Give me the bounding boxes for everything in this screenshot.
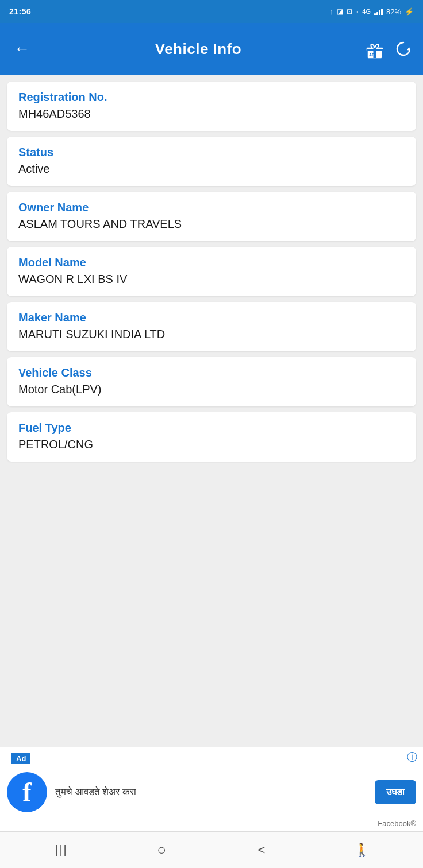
status-bar: 21:56 ↑ ◪ ⊡ · 4G 82% ⚡ [0,0,423,23]
main-content: Registration No. MH46AD5368 Status Activ… [0,75,423,747]
nav-accessibility[interactable]: 🚶 [344,838,379,863]
page-title: Vehicle Info [34,40,362,58]
maker-name-value: MARUTI SUZUKI INDIA LTD [18,328,405,341]
registration-card: Registration No. MH46AD5368 [7,82,416,131]
back-button[interactable]: ← [9,35,34,63]
status-right: ↑ ◪ ⊡ · 4G 82% ⚡ [330,7,414,16]
back-chevron-icon: < [258,843,266,858]
home-circle-icon: ○ [157,841,166,859]
model-name-value: WAGON R LXI BS IV [18,273,405,286]
ad-text: तुमचे आवडते शेअर करा [55,786,367,798]
vehicle-class-card: Vehicle Class Motor Cab(LPV) [7,357,416,406]
status-card: Status Active [7,137,416,186]
image-icon: ⊡ [347,7,352,16]
screenshot-icon: ◪ [337,7,343,16]
upload-icon: ↑ [330,7,334,16]
menu-lines-icon: ||| [55,843,68,857]
ad-content: f तुमचे आवडते शेअर करा उघडा [0,766,423,818]
nav-home[interactable]: ○ [144,838,179,863]
fuel-type-value: PETROL/CNG [18,438,405,451]
nav-back[interactable]: < [244,838,279,863]
status-label: Status [18,146,405,159]
facebook-logo-letter: f [22,779,31,805]
network-type: 4G [362,8,371,15]
app-bar-actions: AD [362,36,414,61]
ad-info-icon[interactable]: ⓘ [407,750,417,764]
battery-percent: 82% [386,7,401,16]
ad-gift-button[interactable]: AD [362,36,387,61]
maker-name-label: Maker Name [18,311,405,324]
app-bar: ← Vehicle Info AD [0,23,423,75]
bottom-nav: ||| ○ < 🚶 [0,831,423,868]
ad-label: Ad [11,753,30,764]
registration-value: MH46AD5368 [18,107,405,121]
svg-marker-5 [407,47,410,51]
refresh-button[interactable] [393,38,414,59]
ad-banner: Ad ⓘ f तुमचे आवडते शेअर करा उघडा Faceboo… [0,747,423,831]
svg-rect-3 [367,49,383,51]
model-name-label: Model Name [18,256,405,269]
battery-charging-icon: ⚡ [405,7,414,16]
owner-name-value: ASLAM TOURS AND TRAVELS [18,218,405,231]
registration-label: Registration No. [18,91,405,104]
vehicle-class-value: Motor Cab(LPV) [18,383,405,396]
facebook-logo: f [7,772,47,812]
owner-name-label: Owner Name [18,201,405,214]
status-time: 21:56 [9,7,31,16]
fuel-type-card: Fuel Type PETROL/CNG [7,412,416,462]
nav-menu[interactable]: ||| [44,838,79,863]
ad-open-button[interactable]: उघडा [375,780,416,804]
status-value: Active [18,162,405,176]
signal-strength [374,7,383,16]
fuel-type-label: Fuel Type [18,421,405,435]
person-icon: 🚶 [354,843,370,858]
svg-text:AD: AD [369,53,375,57]
owner-name-card: Owner Name ASLAM TOURS AND TRAVELS [7,192,416,241]
ad-source: Facebook® [0,818,423,831]
model-name-card: Model Name WAGON R LXI BS IV [7,247,416,296]
vehicle-class-label: Vehicle Class [18,366,405,379]
maker-name-card: Maker Name MARUTI SUZUKI INDIA LTD [7,302,416,351]
